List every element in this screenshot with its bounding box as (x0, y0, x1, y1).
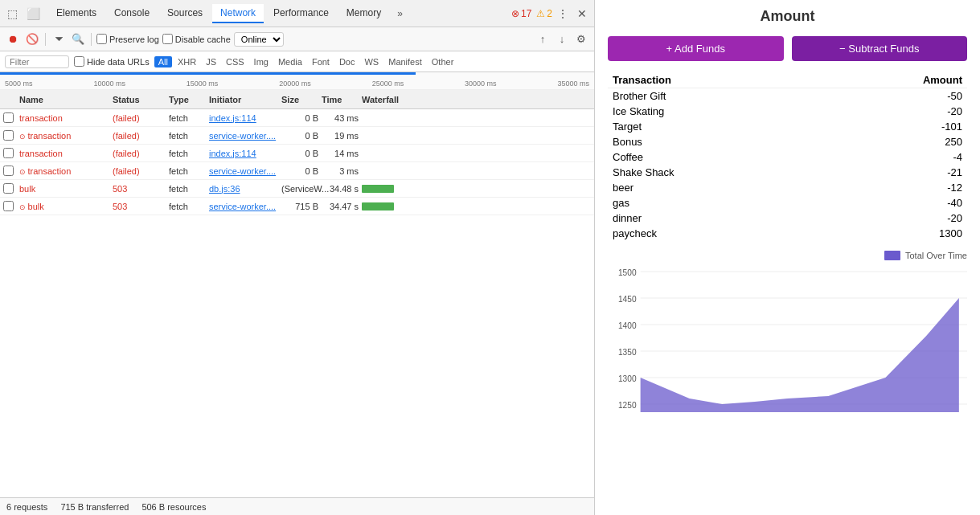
disable-cache-label[interactable]: Disable cache (162, 34, 231, 44)
table-row[interactable]: bulk 503 fetch db.js:36 (ServiceW... 34.… (0, 180, 594, 198)
row-initiator-4: db.js:36 (209, 184, 281, 194)
col-header-transaction: Transaction (608, 72, 821, 88)
svg-text:1400: 1400 (618, 321, 637, 330)
tab-performance[interactable]: Performance (265, 4, 337, 23)
tab-network[interactable]: Network (212, 4, 264, 23)
upload-btn[interactable]: ↑ (535, 31, 551, 47)
hide-data-urls-checkbox[interactable] (74, 56, 84, 67)
filter-js-btn[interactable]: JS (202, 56, 220, 67)
filter-all-btn[interactable]: All (154, 56, 172, 67)
row-time-1: 19 ms (322, 131, 362, 141)
disable-cache-checkbox[interactable] (162, 34, 173, 44)
row-size-2: 0 B (281, 149, 322, 158)
tab-elements[interactable]: Elements (48, 4, 105, 23)
row-checkbox-0[interactable] (3, 112, 14, 123)
table-row[interactable]: transaction (failed) fetch index.js:114 … (0, 109, 594, 127)
row-checkbox-3[interactable] (3, 166, 14, 176)
warn-badge[interactable]: ⚠ 2 (536, 8, 552, 19)
devtools-menu-btn[interactable]: ⋮ (554, 5, 572, 22)
devtools-panel: ⬚ ⬜ Elements Console Sources Network Per… (0, 0, 595, 515)
divider-2 (91, 33, 92, 46)
table-row[interactable]: transaction (failed) fetch service-worke… (0, 162, 594, 180)
row-size-3: 0 B (281, 166, 322, 176)
row-name-4: bulk (16, 184, 113, 194)
error-warn-badges: ⊗ 17 ⚠ 2 (511, 8, 552, 19)
filter-other-btn[interactable]: Other (428, 56, 458, 67)
initiator-link-1[interactable]: service-worker.... (209, 131, 276, 141)
row-initiator-1: service-worker.... (209, 131, 281, 141)
transaction-amount-8: -20 (821, 210, 967, 226)
row-size-0: 0 B (281, 113, 322, 123)
transaction-name-7: gas (608, 195, 821, 210)
row-type-1: fetch (169, 131, 209, 141)
inspect-element-btn[interactable]: ⬚ (3, 5, 21, 22)
row-size-1: 0 B (281, 131, 322, 141)
filter-xhr-btn[interactable]: XHR (174, 56, 200, 67)
filter-manifest-btn[interactable]: Manifest (384, 56, 426, 67)
svg-text:1350: 1350 (618, 348, 637, 357)
filter-doc-btn[interactable]: Doc (335, 56, 359, 67)
initiator-link-4[interactable]: db.js:36 (209, 184, 240, 194)
subtract-funds-button[interactable]: − Subtract Funds (792, 36, 968, 61)
initiator-link-2[interactable]: index.js:114 (209, 149, 256, 158)
row-time-4: 34.48 s (322, 184, 362, 194)
error-badge[interactable]: ⊗ 17 (511, 8, 531, 19)
settings-btn[interactable]: ⚙ (573, 31, 589, 47)
transaction-amount-5: -21 (821, 165, 967, 180)
initiator-link-0[interactable]: index.js:114 (209, 113, 256, 123)
row-checkbox-5[interactable] (3, 201, 14, 211)
chart-legend: Total Over Time (608, 251, 967, 260)
transaction-row: Brother Gift -50 (608, 88, 967, 104)
search-btn[interactable]: 🔍 (70, 31, 86, 47)
table-row[interactable]: transaction (failed) fetch service-worke… (0, 127, 594, 145)
clear-btn[interactable]: 🚫 (24, 31, 40, 47)
network-rows: transaction (failed) fetch index.js:114 … (0, 109, 594, 215)
filter-type-buttons: All XHR JS CSS Img Media Font Doc WS Man… (154, 56, 458, 67)
download-btn[interactable]: ↓ (554, 31, 570, 47)
devtools-close-btn[interactable]: ✕ (573, 5, 591, 22)
row-size-5: 715 B (281, 202, 322, 211)
row-waterfall-5 (362, 202, 594, 210)
preserve-log-checkbox[interactable] (96, 34, 107, 44)
filter-css-btn[interactable]: CSS (222, 56, 248, 67)
table-row[interactable]: transaction (failed) fetch index.js:114 … (0, 145, 594, 162)
tab-sources[interactable]: Sources (159, 4, 211, 23)
tab-more-btn[interactable]: » (391, 5, 409, 22)
hide-data-urls-label[interactable]: Hide data URLs (74, 56, 150, 67)
row-checkbox-4[interactable] (3, 183, 14, 194)
filter-media-btn[interactable]: Media (274, 56, 306, 67)
row-type-2: fetch (169, 149, 209, 158)
row-checkbox-1[interactable] (3, 130, 14, 141)
table-row[interactable]: bulk 503 fetch service-worker.... 715 B … (0, 198, 594, 215)
row-status-5: 503 (113, 202, 169, 211)
transaction-amount-9: 1300 (821, 226, 967, 241)
divider-1 (45, 33, 46, 46)
transaction-name-9: paycheck (608, 226, 821, 241)
tab-console[interactable]: Console (106, 4, 158, 23)
row-status-3: (failed) (113, 166, 169, 176)
transaction-row: dinner -20 (608, 210, 967, 226)
transaction-row: paycheck 1300 (608, 226, 967, 241)
filter-ws-btn[interactable]: WS (360, 56, 383, 67)
row-type-4: fetch (169, 184, 209, 194)
record-btn[interactable]: ⏺ (5, 31, 21, 47)
add-funds-button[interactable]: + Add Funds (608, 36, 784, 61)
filter-img-btn[interactable]: Img (250, 56, 273, 67)
tab-memory[interactable]: Memory (338, 4, 389, 23)
preserve-log-label[interactable]: Preserve log (96, 34, 159, 44)
row-time-3: 3 ms (322, 166, 362, 176)
filter-btn[interactable]: ⏷ (51, 31, 67, 47)
row-size-4: (ServiceW... (281, 184, 322, 194)
throttle-select[interactable]: Online (234, 32, 284, 47)
bytes-transferred: 715 B transferred (60, 502, 129, 512)
row-checkbox-2[interactable] (3, 148, 14, 158)
row-time-5: 34.47 s (322, 202, 362, 211)
filter-font-btn[interactable]: Font (308, 56, 334, 67)
filter-input[interactable] (5, 55, 69, 68)
transactions-body: Brother Gift -50 Ice Skating -20 Target … (608, 88, 967, 242)
row-initiator-5: service-worker.... (209, 202, 281, 211)
initiator-link-5[interactable]: service-worker.... (209, 202, 276, 211)
initiator-link-3[interactable]: service-worker.... (209, 166, 276, 176)
transaction-amount-4: -4 (821, 149, 967, 165)
device-toggle-btn[interactable]: ⬜ (24, 5, 42, 22)
